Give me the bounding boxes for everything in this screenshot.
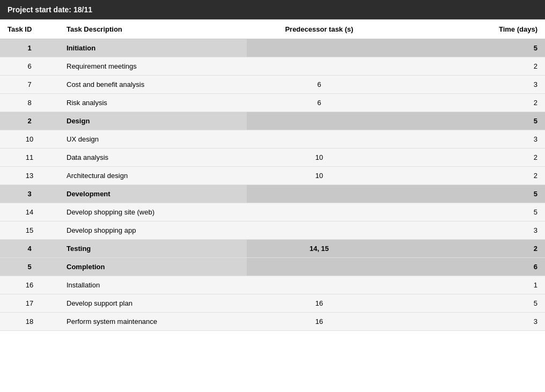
task-table: Task ID Task Description Predecessor tas…	[0, 19, 545, 331]
cell-description: Installation	[59, 276, 247, 294]
table-row: 4Testing14, 152	[0, 240, 545, 258]
cell-time: 5	[392, 294, 545, 313]
cell-id: 16	[0, 276, 59, 294]
cell-description: Cost and benefit analysis	[59, 76, 247, 94]
cell-description: Perform system maintenance	[59, 313, 247, 331]
cell-id: 2	[0, 112, 59, 130]
table-row: 16Installation1	[0, 276, 545, 294]
cell-predecessor: 16	[247, 294, 392, 313]
cell-predecessor	[247, 276, 392, 294]
table-row: 5Completion6	[0, 258, 545, 276]
table-row: 3Development5	[0, 185, 545, 203]
cell-id: 14	[0, 203, 59, 221]
table-header-row: Task ID Task Description Predecessor tas…	[0, 20, 545, 39]
cell-time: 2	[392, 240, 545, 258]
project-header: Project start date: 18/11	[0, 0, 545, 19]
table-row: 2Design5	[0, 112, 545, 130]
cell-time: 6	[392, 258, 545, 276]
cell-description: Develop support plan	[59, 294, 247, 313]
cell-time: 5	[392, 112, 545, 130]
cell-description: Development	[59, 185, 247, 203]
cell-id: 11	[0, 149, 59, 167]
table-row: 8Risk analysis62	[0, 94, 545, 112]
table-row: 10UX design3	[0, 130, 545, 149]
cell-id: 4	[0, 240, 59, 258]
cell-description: UX design	[59, 130, 247, 149]
cell-description: Testing	[59, 240, 247, 258]
cell-time: 3	[392, 313, 545, 331]
cell-description: Develop shopping site (web)	[59, 203, 247, 221]
cell-time: 3	[392, 221, 545, 240]
cell-id: 15	[0, 221, 59, 240]
table-row: 6Requirement meetings2	[0, 57, 545, 76]
cell-predecessor	[247, 185, 392, 203]
col-header-id: Task ID	[0, 20, 59, 39]
cell-id: 8	[0, 94, 59, 112]
cell-predecessor	[247, 130, 392, 149]
cell-description: Design	[59, 112, 247, 130]
cell-description: Data analysis	[59, 149, 247, 167]
cell-predecessor: 6	[247, 76, 392, 94]
cell-time: 3	[392, 130, 545, 149]
table-row: 18Perform system maintenance163	[0, 313, 545, 331]
cell-id: 3	[0, 185, 59, 203]
table-row: 15Develop shopping app3	[0, 221, 545, 240]
cell-predecessor	[247, 39, 392, 57]
cell-time: 2	[392, 167, 545, 185]
table-row: 11Data analysis102	[0, 149, 545, 167]
cell-predecessor	[247, 57, 392, 76]
cell-predecessor	[247, 112, 392, 130]
cell-id: 5	[0, 258, 59, 276]
cell-description: Architectural design	[59, 167, 247, 185]
col-header-desc: Task Description	[59, 20, 247, 39]
cell-predecessor	[247, 221, 392, 240]
cell-id: 6	[0, 57, 59, 76]
cell-description: Risk analysis	[59, 94, 247, 112]
cell-predecessor: 16	[247, 313, 392, 331]
cell-id: 7	[0, 76, 59, 94]
cell-time: 2	[392, 57, 545, 76]
cell-id: 1	[0, 39, 59, 57]
table-row: 14Develop shopping site (web)5	[0, 203, 545, 221]
cell-description: Requirement meetings	[59, 57, 247, 76]
cell-description: Initiation	[59, 39, 247, 57]
cell-id: 10	[0, 130, 59, 149]
table-row: 1Initiation5	[0, 39, 545, 57]
header-text: Project start date: 18/11	[8, 5, 92, 14]
cell-predecessor: 14, 15	[247, 240, 392, 258]
cell-predecessor	[247, 203, 392, 221]
cell-predecessor	[247, 258, 392, 276]
cell-description: Completion	[59, 258, 247, 276]
col-header-pred: Predecessor task (s)	[247, 20, 392, 39]
cell-time: 5	[392, 185, 545, 203]
cell-time: 2	[392, 149, 545, 167]
cell-predecessor: 6	[247, 94, 392, 112]
cell-time: 5	[392, 39, 545, 57]
cell-time: 3	[392, 76, 545, 94]
cell-time: 2	[392, 94, 545, 112]
cell-time: 5	[392, 203, 545, 221]
cell-time: 1	[392, 276, 545, 294]
col-header-time: Time (days)	[392, 20, 545, 39]
table-row: 13Architectural design102	[0, 167, 545, 185]
cell-id: 18	[0, 313, 59, 331]
cell-predecessor: 10	[247, 149, 392, 167]
cell-id: 13	[0, 167, 59, 185]
cell-id: 17	[0, 294, 59, 313]
table-row: 7Cost and benefit analysis63	[0, 76, 545, 94]
cell-description: Develop shopping app	[59, 221, 247, 240]
cell-predecessor: 10	[247, 167, 392, 185]
table-row: 17Develop support plan165	[0, 294, 545, 313]
